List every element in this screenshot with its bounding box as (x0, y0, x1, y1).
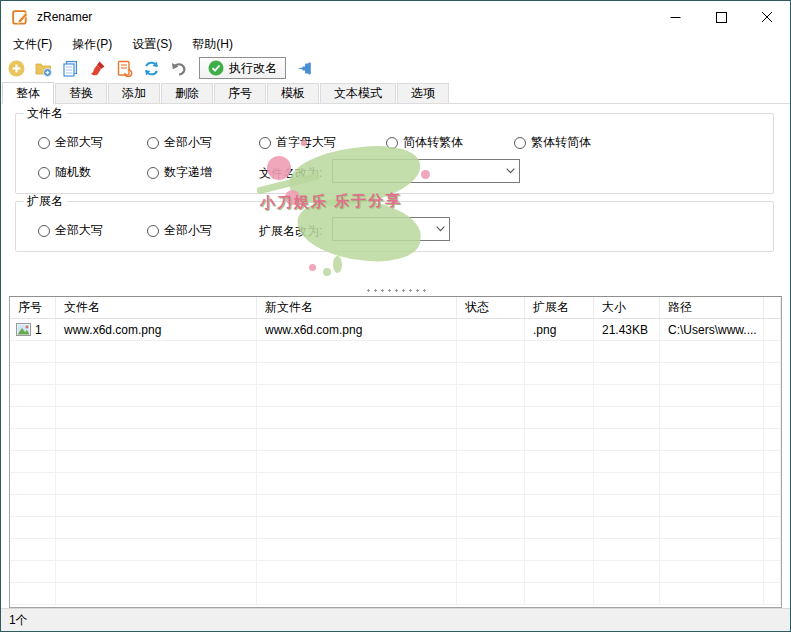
radio-filename-capitalize[interactable]: 首字母大写 (259, 134, 336, 151)
tab-whole[interactable]: 整体 (2, 82, 54, 104)
column-header-spacer (764, 297, 781, 318)
panel-splitter[interactable] (1, 284, 790, 296)
row-new-filename-cell: www.x6d.com.png (257, 319, 457, 340)
chevron-down-icon (431, 226, 449, 232)
tab-number[interactable]: 序号 (214, 83, 266, 103)
filename-groupbox: 文件名 全部大写 全部小写 首字母大写 简体转繁体 繁体转简体 (15, 113, 774, 194)
table-empty-row (10, 429, 781, 451)
row-size-cell: 21.43KB (594, 319, 660, 340)
column-header-filename[interactable]: 文件名 (56, 297, 257, 318)
menu-bar: 文件(F) 操作(P) 设置(S) 帮助(H) (1, 33, 790, 55)
extension-groupbox: 扩展名 全部大写 全部小写 扩展名改为: (15, 201, 774, 252)
watermark-splash (323, 268, 331, 276)
watermark-splash (333, 256, 342, 273)
table-empty-row (10, 407, 781, 429)
title-bar: zRenamer (1, 1, 790, 33)
column-header-size[interactable]: 大小 (594, 297, 660, 318)
execute-rename-label: 执行改名 (229, 60, 277, 77)
maximize-icon (716, 12, 727, 23)
zrenamer-window: zRenamer 文件(F) 操作(P) 设置(S) (0, 0, 791, 632)
radio-ext-uppercase[interactable]: 全部大写 (38, 222, 103, 239)
row-extension-cell: .png (525, 319, 594, 340)
file-count-label: 1个 (9, 612, 28, 629)
radio-circle-icon (38, 167, 50, 179)
radio-circle-icon (259, 137, 271, 149)
add-file-icon[interactable] (8, 60, 25, 77)
column-header-status[interactable]: 状态 (457, 297, 525, 318)
row-filename-cell: www.x6d.com.png (56, 319, 257, 340)
check-circle-icon (208, 60, 224, 76)
toolbar: 执行改名 (1, 55, 790, 81)
filename-change-combobox[interactable] (332, 159, 520, 183)
filename-change-label: 文件名改为: (259, 165, 322, 182)
table-row[interactable]: 1 www.x6d.com.png www.x6d.com.png .png 2… (10, 319, 781, 341)
radio-circle-icon (386, 137, 398, 149)
edit-list-icon[interactable] (116, 60, 133, 77)
table-empty-row (10, 517, 781, 539)
menu-help[interactable]: 帮助(H) (182, 33, 243, 55)
add-folder-icon[interactable] (35, 60, 52, 77)
splitter-handle-icon (365, 289, 427, 292)
radio-ext-lowercase[interactable]: 全部小写 (147, 222, 212, 239)
pin-icon[interactable] (296, 60, 313, 77)
minimize-icon (670, 12, 681, 23)
radio-circle-icon (147, 137, 159, 149)
radio-filename-lowercase[interactable]: 全部小写 (147, 134, 212, 151)
menu-settings[interactable]: 设置(S) (122, 33, 182, 55)
watermark-splash (309, 264, 316, 271)
clear-list-icon[interactable] (89, 60, 106, 77)
row-status-cell (457, 319, 525, 340)
image-file-icon (16, 323, 31, 336)
radio-traditional-to-simplified[interactable]: 繁体转简体 (514, 134, 591, 151)
radio-circle-icon (514, 137, 526, 149)
table-empty-row (10, 341, 781, 363)
table-empty-row (10, 363, 781, 385)
chevron-down-icon (501, 168, 519, 174)
tab-content-panel: 文件名 全部大写 全部小写 首字母大写 简体转繁体 繁体转简体 (1, 103, 790, 284)
minimize-button[interactable] (652, 1, 698, 33)
menu-file[interactable]: 文件(F) (3, 33, 62, 55)
row-index-cell: 1 (10, 319, 56, 340)
tab-textmode[interactable]: 文本模式 (320, 83, 396, 103)
tab-options[interactable]: 选项 (397, 83, 449, 103)
table-empty-row (10, 473, 781, 495)
status-bar: 1个 (1, 608, 790, 631)
table-empty-row (10, 583, 781, 605)
close-button[interactable] (744, 1, 790, 33)
column-header-new-filename[interactable]: 新文件名 (257, 297, 457, 318)
tab-replace[interactable]: 替换 (55, 83, 107, 103)
radio-simplified-to-traditional[interactable]: 简体转繁体 (386, 134, 463, 151)
refresh-icon[interactable] (143, 60, 160, 77)
table-empty-row (10, 539, 781, 561)
app-logo-icon (12, 9, 29, 26)
table-empty-row (10, 451, 781, 473)
undo-icon[interactable] (170, 60, 187, 77)
table-empty-row (10, 495, 781, 517)
table-empty-row (10, 385, 781, 407)
radio-filename-uppercase[interactable]: 全部大写 (38, 134, 103, 151)
radio-circle-icon (38, 137, 50, 149)
column-header-path[interactable]: 路径 (660, 297, 764, 318)
radio-random-number[interactable]: 随机数 (38, 164, 91, 181)
column-header-index[interactable]: 序号 (10, 297, 56, 318)
copy-list-icon[interactable] (62, 60, 79, 77)
tab-template[interactable]: 模板 (267, 83, 319, 103)
tab-bar: 整体 替换 添加 删除 序号 模板 文本模式 选项 (1, 81, 790, 103)
column-header-extension[interactable]: 扩展名 (525, 297, 594, 318)
close-icon (761, 11, 773, 23)
tab-delete[interactable]: 删除 (161, 83, 213, 103)
menu-operate[interactable]: 操作(P) (62, 33, 122, 55)
tab-add[interactable]: 添加 (108, 83, 160, 103)
execute-rename-button[interactable]: 执行改名 (199, 57, 286, 79)
extension-group-title: 扩展名 (23, 194, 67, 208)
table-empty-row (10, 561, 781, 583)
radio-circle-icon (147, 225, 159, 237)
window-title: zRenamer (37, 10, 92, 24)
radio-circle-icon (38, 225, 50, 237)
table-header-row: 序号 文件名 新文件名 状态 扩展名 大小 路径 (10, 297, 781, 319)
radio-number-increment[interactable]: 数字递增 (147, 164, 212, 181)
filename-group-title: 文件名 (23, 106, 67, 120)
ext-change-label: 扩展名改为: (259, 223, 322, 240)
ext-change-combobox[interactable] (332, 217, 450, 241)
maximize-button[interactable] (698, 1, 744, 33)
